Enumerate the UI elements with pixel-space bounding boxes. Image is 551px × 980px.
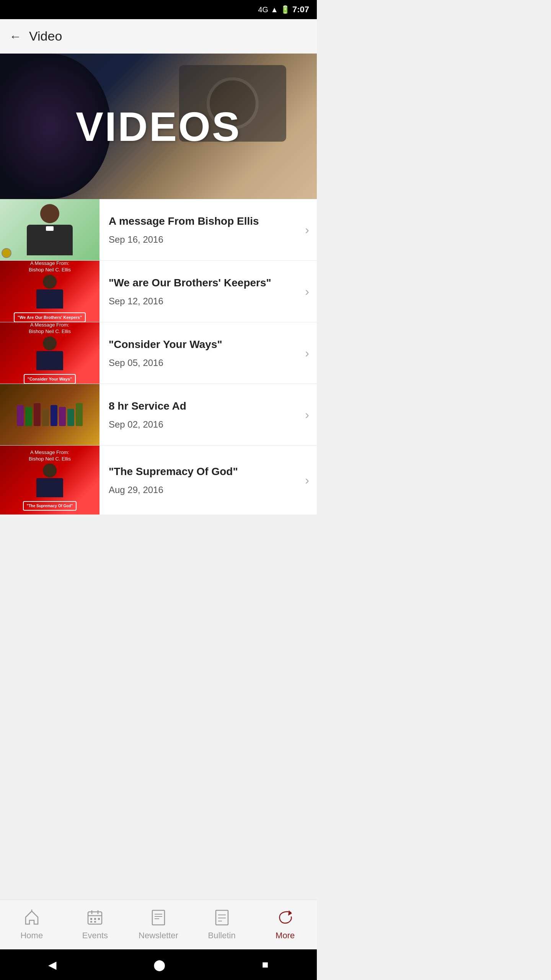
list-item[interactable]: A message From Bishop Ellis Sep 16, 2016… [0, 199, 317, 261]
list-item[interactable]: 8 hr Service Ad Sep 02, 2016 › [0, 384, 317, 446]
thumb-content: A Message From:Bishop Neil C. Ellis "Con… [0, 322, 99, 384]
choir-person [17, 405, 24, 426]
page-title: Video [29, 29, 62, 44]
video-title: "Consider Your Ways" [109, 338, 288, 351]
figure-head [43, 336, 57, 350]
list-item[interactable]: A Message From:Bishop Neil C. Ellis "We … [0, 261, 317, 322]
hero-title: VIDEOS [76, 103, 241, 150]
status-icons: 4G ▲ 🔋 7:07 [258, 5, 309, 15]
video-date: Sep 02, 2016 [109, 419, 288, 430]
choir-person [51, 405, 57, 426]
back-button[interactable]: ← [9, 30, 21, 42]
signal-bars-icon: ▲ [271, 5, 278, 14]
thumb-content: A Message From:Bishop Neil C. Ellis "The… [0, 446, 99, 514]
video-thumbnail [0, 384, 99, 445]
thumb-content [0, 384, 99, 445]
chevron-right-icon: › [297, 223, 317, 237]
figure-head [43, 464, 57, 477]
battery-icon: 🔋 [280, 5, 290, 14]
choir-person [59, 407, 66, 426]
thumb-content [0, 199, 99, 260]
bishop-collar [46, 226, 54, 231]
choir-person [34, 403, 41, 426]
thumb-label-top: A Message From:Bishop Neil C. Ellis [29, 261, 71, 273]
chevron-right-icon: › [297, 408, 317, 422]
figure-body [36, 289, 63, 309]
status-bar: 4G ▲ 🔋 7:07 [0, 0, 317, 19]
thumb-label-top: A Message From:Bishop Neil C. Ellis [29, 322, 71, 335]
badge-icon [2, 248, 11, 258]
video-list: A message From Bishop Ellis Sep 16, 2016… [0, 199, 317, 514]
video-info: "We are Our Brothers' Keepers" Sep 12, 2… [99, 268, 297, 314]
video-date: Sep 16, 2016 [109, 234, 288, 245]
video-title: "We are Our Brothers' Keepers" [109, 276, 288, 290]
choir-person [76, 403, 83, 426]
video-title: A message From Bishop Ellis [109, 214, 288, 228]
chevron-right-icon: › [297, 346, 317, 360]
thumb-label-main: "Consider Your Ways" [24, 374, 76, 384]
video-thumbnail: A Message From:Bishop Neil C. Ellis "We … [0, 261, 99, 322]
chevron-right-icon: › [297, 473, 317, 487]
video-date: Sep 12, 2016 [109, 296, 288, 307]
figure-head [43, 275, 57, 289]
bishop-head [40, 204, 59, 223]
video-thumbnail: A Message From:Bishop Neil C. Ellis "Con… [0, 322, 99, 384]
thumb-label-top: A Message From:Bishop Neil C. Ellis [29, 449, 71, 462]
choir-figures [17, 403, 83, 426]
app-bar: ← Video [0, 19, 317, 54]
choir-person [67, 409, 74, 426]
list-item[interactable]: A Message From:Bishop Neil C. Ellis "The… [0, 446, 317, 514]
video-title: 8 hr Service Ad [109, 399, 288, 413]
video-info: A message From Bishop Ellis Sep 16, 2016 [99, 207, 297, 253]
clock: 7:07 [292, 5, 309, 15]
thumb-label-main: "The Supremacy Of God" [23, 501, 77, 511]
chevron-right-icon: › [297, 284, 317, 299]
choir-person [42, 409, 49, 426]
video-thumbnail: A Message From:Bishop Neil C. Ellis "The… [0, 446, 99, 514]
bishop-body [27, 225, 73, 255]
figure-body [36, 478, 63, 497]
video-title: "The Supremacy Of God" [109, 465, 288, 479]
video-date: Sep 05, 2016 [109, 358, 288, 368]
signal-icon: 4G [258, 5, 268, 14]
list-item[interactable]: A Message From:Bishop Neil C. Ellis "Con… [0, 322, 317, 384]
thumb-label-main: "We Are Our Brothers' Keepers" [14, 312, 86, 322]
video-info: 8 hr Service Ad Sep 02, 2016 [99, 392, 297, 438]
thumb-content: A Message From:Bishop Neil C. Ellis "We … [0, 261, 99, 322]
video-info: "The Supremacy Of God" Aug 29, 2016 [99, 457, 297, 503]
video-thumbnail [0, 199, 99, 260]
video-date: Aug 29, 2016 [109, 485, 288, 495]
figure-body [36, 351, 63, 370]
hero-banner: VIDEOS [0, 54, 317, 199]
video-info: "Consider Your Ways" Sep 05, 2016 [99, 330, 297, 376]
choir-person [25, 407, 32, 426]
